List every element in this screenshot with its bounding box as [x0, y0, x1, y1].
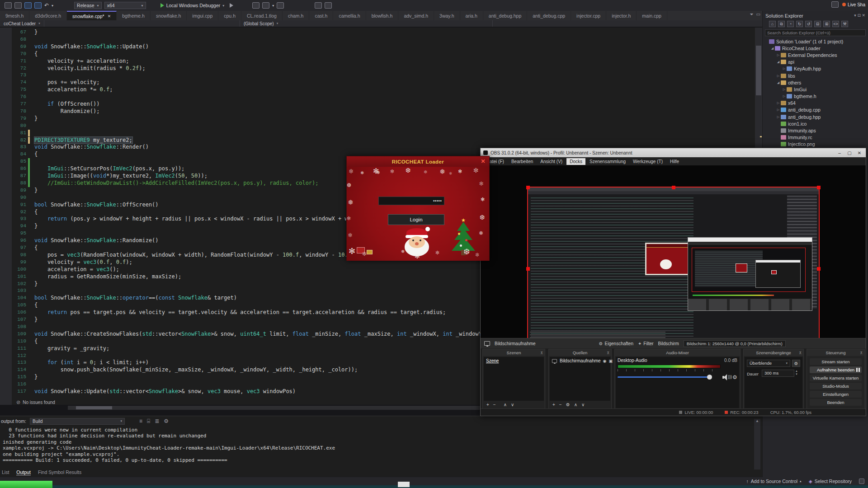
start-debug-button[interactable]: Local Windows Debugger ▾ [158, 1, 227, 9]
editor-tab[interactable]: cast.h [309, 11, 333, 20]
feedback-icon[interactable] [831, 1, 839, 8]
code-line[interactable]: 73 [0, 72, 762, 79]
obs-control-button[interactable]: Beenden [810, 399, 862, 406]
tab-close-icon[interactable]: ✕ [108, 14, 111, 19]
switch-views-icon[interactable]: ⧉ [778, 21, 785, 27]
add-to-source-control-button[interactable]: ↑ Add to Source Control ▴ [746, 479, 802, 484]
output-pane-tab[interactable]: Output [16, 469, 31, 475]
obs-menu-item[interactable]: Docks [566, 158, 585, 165]
properties-button[interactable]: ⚙ Eigenschaften [599, 341, 633, 346]
solution-tree-item[interactable]: ▷anti_debug.hpp [763, 113, 868, 120]
captured-screen[interactable] [527, 187, 820, 339]
editor-tab[interactable]: cpu.h [218, 11, 241, 20]
transition-select[interactable]: Überblende▾ [747, 360, 790, 367]
live-share-button[interactable]: Live Sha [842, 2, 865, 7]
window-split-icon[interactable]: ▭ [756, 12, 760, 17]
pane-options-icon[interactable]: ▾ [854, 13, 856, 18]
add-scene-icon[interactable]: + [486, 402, 489, 407]
editor-tab[interactable]: main.cpp [637, 11, 667, 20]
tree-expander-icon[interactable]: ▷ [776, 74, 780, 78]
obs-maximize-icon[interactable]: ▢ [846, 150, 853, 155]
output-source-combo[interactable]: Build▾ [30, 418, 125, 425]
issues-indicator[interactable]: ⊘ No issues found [16, 399, 55, 405]
display-select[interactable]: Bildschirm 1: 2560x1440 @ 0,0 (Primärbil… [684, 340, 786, 347]
save-icon[interactable] [24, 2, 32, 9]
tree-expander-icon[interactable]: ◢ [770, 47, 774, 50]
loader-close-icon[interactable]: ✕ [480, 158, 486, 165]
taskbar-white-segment[interactable] [398, 482, 410, 487]
editor-tab[interactable]: cham.h [283, 11, 309, 20]
editor-tab[interactable]: 3way.h [434, 11, 460, 20]
editor-tab[interactable]: snowflake.h [151, 11, 187, 20]
selection-handle[interactable] [526, 267, 530, 271]
code-line[interactable]: 74pos += velocity; [0, 79, 762, 86]
output-scrollbar[interactable]: ▲ [754, 419, 760, 469]
dock-pin-icon[interactable]: ⊼ [799, 350, 802, 357]
loader-title-bar[interactable]: RICOCHEAT Loader ✕ [347, 156, 489, 167]
solution-explorer-search-input[interactable]: Search Solution Explorer (Ctrl+ü) [765, 29, 866, 36]
editor-tab[interactable]: anti_debug.cpp [527, 11, 571, 20]
tree-expander-icon[interactable]: ▷ [776, 101, 780, 105]
selection-handle[interactable] [817, 267, 821, 271]
pin-icon[interactable]: ⊡ [857, 13, 861, 18]
source-properties-gear-icon[interactable]: ⚙ [566, 402, 570, 407]
lock-icon[interactable]: ▣ [609, 359, 613, 363]
editor-tab[interactable]: d3dx9core.h [29, 11, 67, 20]
show-all-files-icon[interactable]: ⊞ [823, 21, 830, 27]
source-list-item[interactable]: Bildschirmaufnahme ◉ ▣ [550, 357, 610, 365]
solution-tree-item[interactable]: ▷libs [763, 72, 868, 79]
editor-tab[interactable]: injector.h [606, 11, 637, 20]
solution-tree-item[interactable]: ▷anti_debug.cpp [763, 107, 868, 113]
tree-expander-icon[interactable]: ◢ [776, 81, 780, 84]
obs-control-button[interactable]: Einstellungen [810, 391, 862, 398]
obs-menu-item[interactable]: Ansicht (V) [537, 158, 566, 165]
editor-tab[interactable]: adv_simd.h [398, 11, 434, 20]
tree-expander-icon[interactable]: ▷ [776, 53, 780, 57]
editor-tab[interactable]: CL.read.1.tlog [241, 11, 283, 20]
selection-handle[interactable] [817, 186, 821, 189]
source-up-icon[interactable]: ∧ [574, 402, 577, 407]
code-line[interactable]: 81 [0, 130, 762, 137]
refresh-icon[interactable]: ↻ [796, 21, 803, 27]
tree-expander-icon[interactable]: ◢ [776, 60, 780, 64]
editor-tab[interactable]: bgtheme.h [117, 11, 151, 20]
dock-pin-icon[interactable]: ⊼ [607, 350, 609, 357]
toolbar-caret-icon[interactable]: ▾ [272, 4, 274, 8]
code-line[interactable]: 69void Snowflake::Snowflake::Update() [0, 43, 762, 51]
output-pane-tab[interactable]: List [2, 469, 9, 475]
obs-close-icon[interactable]: ✕ [856, 150, 863, 155]
editor-tab[interactable]: imgui.cpp [187, 11, 218, 20]
solution-tree-item[interactable]: ▷KeyAuth.hpp [763, 66, 868, 72]
pause-icon[interactable] [856, 368, 860, 372]
undo-caret-icon[interactable]: ▾ [52, 4, 53, 8]
tree-expander-icon[interactable]: ▷ [782, 94, 786, 98]
editor-tab[interactable]: 9mesh.h [0, 11, 29, 20]
obs-minimize-icon[interactable]: – [836, 150, 843, 155]
code-line[interactable]: 80 [0, 122, 762, 130]
project-dropdown[interactable]: coCheat Loader▾ [0, 20, 44, 27]
obs-control-button[interactable]: Virtuelle Kamera starten [810, 375, 862, 381]
solution-tree-item[interactable]: InjectIco.png [763, 141, 868, 148]
code-line[interactable]: 70{ [0, 51, 762, 58]
toolbar-icon-4[interactable] [315, 2, 322, 9]
obs-menu-item[interactable]: Bearbeiten [508, 158, 536, 165]
undo-icon[interactable]: ↶ [44, 2, 49, 9]
editor-tab[interactable]: aria.h [460, 11, 483, 20]
sync-icon[interactable]: ↺ [805, 21, 812, 27]
tree-expander-icon[interactable]: ▷ [776, 108, 780, 112]
editor-tab[interactable]: injector.cpp [571, 11, 606, 20]
solution-tree-item[interactable]: ◢api [763, 59, 868, 66]
output-lock-icon[interactable]: ≣ [155, 418, 159, 424]
code-line[interactable]: 68 [0, 36, 762, 43]
code-line[interactable]: 79} [0, 115, 762, 122]
run-without-debug-icon[interactable] [230, 3, 233, 8]
volume-slider-knob[interactable] [707, 375, 712, 380]
solution-tree-item[interactable]: ◢RicoCheat Loader [763, 45, 868, 52]
collapse-all-icon[interactable]: ⊟ [814, 21, 821, 27]
open-file-icon[interactable] [14, 2, 22, 9]
dock-pin-icon[interactable]: ⊼ [540, 350, 543, 357]
code-line[interactable]: 71velocity += accelaretion; [0, 58, 762, 65]
scope-dropdown[interactable]: (Global Scope)▾ [240, 20, 493, 27]
toolbar-icon-2[interactable] [262, 2, 269, 9]
tree-expander-icon[interactable]: ▷ [776, 115, 780, 119]
